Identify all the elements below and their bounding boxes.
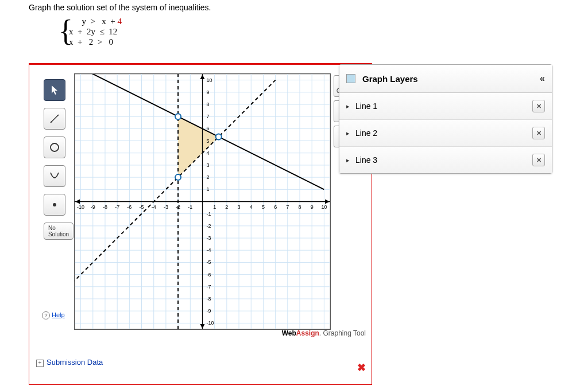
circle-tool[interactable]: [44, 136, 65, 158]
svg-text:-1: -1: [207, 211, 211, 217]
layer-delete-button[interactable]: ✕: [532, 100, 545, 112]
svg-text:6: 6: [274, 204, 277, 210]
svg-text:-8: -8: [103, 204, 107, 210]
chevron-right-icon: ▸: [346, 157, 350, 164]
svg-text:1: 1: [213, 204, 216, 210]
svg-text:5: 5: [262, 204, 265, 210]
svg-text:3: 3: [238, 204, 241, 210]
svg-text:-10: -10: [207, 320, 214, 326]
incorrect-icon: ✖: [357, 361, 366, 374]
layer-label: Line 3: [355, 155, 377, 165]
line-icon: [49, 113, 60, 124]
svg-text:7: 7: [286, 204, 289, 210]
chevron-right-icon: ▸: [346, 103, 350, 110]
svg-text:5: 5: [207, 138, 210, 144]
layer-indicator-icon: [346, 74, 355, 83]
svg-point-99: [175, 114, 181, 119]
layer-row[interactable]: ▸ Line 1 ✕: [339, 93, 552, 120]
help-icon: ?: [42, 311, 50, 319]
graph-canvas[interactable]: -10-9-8-7-6-5-4-3-2-112345678910-10-9-8-…: [74, 73, 361, 332]
line-tool[interactable]: [44, 108, 65, 130]
layer-row[interactable]: ▸ Line 3 ✕: [339, 147, 552, 173]
svg-text:1: 1: [207, 186, 210, 192]
svg-line-0: [51, 115, 59, 123]
svg-text:7: 7: [207, 114, 210, 119]
layers-title: Graph Layers: [362, 74, 418, 84]
no-solution-button[interactable]: No Solution: [44, 223, 74, 240]
svg-text:-10: -10: [77, 204, 84, 210]
parabola-tool[interactable]: [44, 165, 65, 187]
svg-text:4: 4: [207, 150, 210, 156]
svg-text:-9: -9: [91, 204, 95, 210]
layer-label: Line 2: [355, 128, 377, 138]
svg-text:-7: -7: [207, 284, 211, 290]
collapse-icon[interactable]: «: [540, 73, 545, 84]
svg-point-4: [53, 203, 56, 206]
layer-delete-button[interactable]: ✕: [532, 154, 545, 166]
toolbar: No Solution: [44, 79, 65, 247]
point-tool[interactable]: [44, 194, 65, 216]
cursor-icon: [49, 84, 60, 96]
inequality-system: { y > x + 4 x + 2y ≤ 12 x + 2 > 0: [69, 16, 122, 47]
svg-text:2: 2: [207, 174, 210, 180]
brace: {: [59, 16, 73, 46]
svg-text:-4: -4: [152, 204, 156, 210]
svg-point-98: [175, 174, 181, 180]
help-link[interactable]: ?Help: [42, 311, 65, 319]
chevron-right-icon: ▸: [346, 130, 350, 137]
svg-text:10: 10: [207, 77, 212, 83]
svg-text:9: 9: [207, 89, 210, 95]
svg-text:4: 4: [250, 204, 253, 210]
circle-icon: [49, 142, 60, 153]
svg-text:-9: -9: [207, 308, 211, 314]
svg-text:-3: -3: [207, 235, 211, 241]
svg-text:9: 9: [311, 204, 314, 210]
layer-delete-button[interactable]: ✕: [532, 127, 545, 139]
svg-text:-5: -5: [140, 204, 144, 210]
prompt-text: Graph the solution set of the system of …: [29, 3, 211, 12]
expand-icon: +: [36, 360, 44, 367]
svg-text:-3: -3: [164, 204, 168, 210]
svg-text:3: 3: [207, 162, 210, 168]
layer-row[interactable]: ▸ Line 2 ✕: [339, 120, 552, 147]
svg-text:-1: -1: [188, 204, 192, 210]
svg-text:-7: -7: [115, 204, 119, 210]
svg-text:-6: -6: [127, 204, 131, 210]
svg-text:-2: -2: [207, 223, 211, 229]
svg-text:10: 10: [321, 204, 327, 210]
graphing-tool-panel: No Solution ?Help ▦Clear All 🗑Delete ✥Fi…: [29, 63, 372, 385]
tool-footer: WebAssign. Graphing Tool: [29, 329, 366, 337]
svg-text:-6: -6: [207, 272, 211, 278]
graph-svg: -10-9-8-7-6-5-4-3-2-112345678910-10-9-8-…: [74, 73, 331, 330]
layers-header[interactable]: Graph Layers «: [339, 65, 552, 93]
svg-text:2: 2: [225, 204, 228, 210]
svg-text:-4: -4: [207, 247, 211, 253]
submission-data-toggle[interactable]: +Submission Data: [36, 358, 103, 367]
svg-text:8: 8: [299, 204, 301, 210]
graph-layers-panel: Graph Layers « ▸ Line 1 ✕ ▸ Line 2 ✕ ▸ L…: [339, 64, 552, 174]
svg-text:-8: -8: [207, 296, 211, 302]
dot-icon: [49, 199, 60, 210]
svg-point-100: [216, 134, 222, 139]
svg-text:-5: -5: [207, 259, 211, 265]
svg-text:8: 8: [207, 102, 210, 107]
parabola-icon: [49, 170, 60, 182]
layer-label: Line 1: [355, 102, 377, 111]
pointer-tool[interactable]: [44, 79, 65, 101]
svg-point-3: [51, 143, 59, 151]
